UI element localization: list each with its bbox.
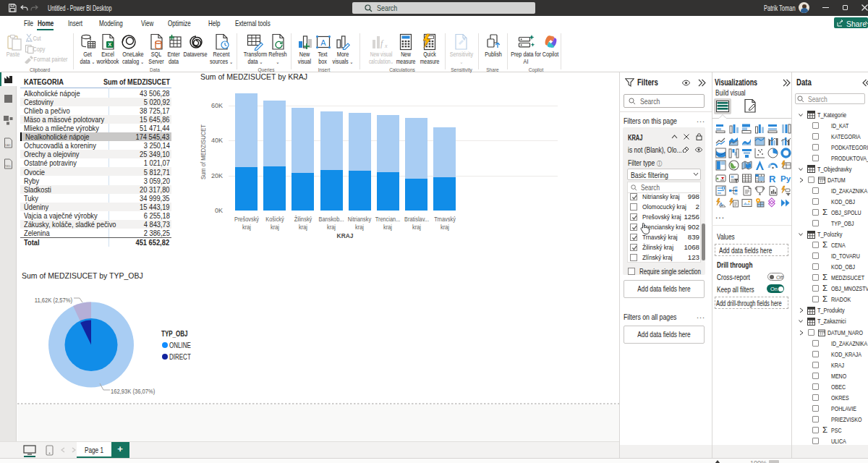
svg-text:Py: Py [780,174,791,183]
svg-text:f: f [380,38,384,48]
svg-text:X: X [108,41,111,48]
svg-text:DAX: DAX [5,144,11,147]
svg-text:TMDL: TMDL [5,165,12,168]
svg-text:A: A [320,38,326,47]
svg-text:R: R [769,173,776,184]
svg-text:x: x [384,43,388,49]
